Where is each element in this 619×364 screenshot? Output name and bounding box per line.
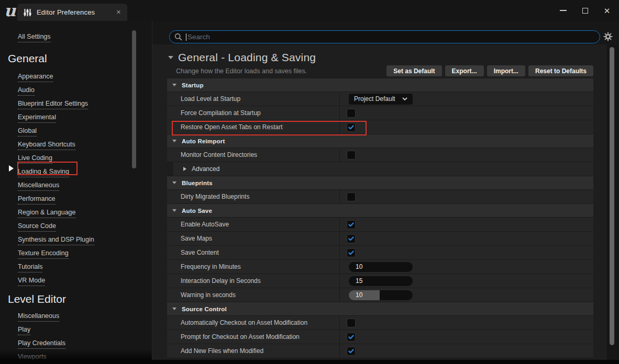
sidebar: All Settings General Appearance Audio Bl… [0, 21, 152, 364]
setting-row-restore-open-asset-tabs: Restore Open Asset Tabs on Restart [167, 120, 593, 134]
export-button[interactable]: Export... [445, 65, 484, 76]
setting-label: Frequency in Minutes [167, 260, 340, 274]
page-subtitle: Change how the Editor loads and saves fi… [176, 67, 307, 75]
sidebar-item-appearance[interactable]: Appearance [18, 73, 53, 82]
sidebar-scrollbar[interactable] [132, 30, 136, 168]
search-bar-area: Search [152, 21, 619, 44]
sidebar-item-play[interactable]: Play [18, 326, 30, 335]
tab-editor-preferences[interactable]: Editor Preferences ✕ [17, 4, 127, 21]
minimize-button[interactable] [552, 0, 574, 21]
tab-close-icon[interactable]: ✕ [116, 9, 121, 16]
close-button[interactable]: ✕ [596, 0, 618, 21]
chevron-right-icon[interactable] [183, 167, 186, 171]
auto-checkout-checkbox[interactable] [347, 318, 356, 327]
sidebar-item-global[interactable]: Global [18, 127, 37, 136]
setting-row-save-content: Save Content [167, 246, 593, 260]
gear-icon[interactable] [603, 32, 613, 41]
search-placeholder: Search [187, 33, 210, 41]
sidebar-item-region-language[interactable]: Region & Language [18, 209, 76, 218]
interaction-delay-input[interactable]: 15 [349, 276, 413, 286]
check-icon [348, 251, 354, 255]
sidebar-item-blueprint-editor-settings[interactable]: Blueprint Editor Settings [18, 100, 88, 109]
close-icon: ✕ [604, 7, 611, 15]
sidebar-item-experimental[interactable]: Experimental [18, 113, 56, 123]
dirty-migrated-blueprints-checkbox[interactable] [347, 192, 356, 201]
import-button[interactable]: Import... [487, 65, 525, 76]
sidebar-item-source-code[interactable]: Source Code [18, 222, 56, 232]
setting-label: Enable AutoSave [167, 218, 340, 231]
add-new-files-checkbox[interactable] [347, 347, 356, 356]
setting-label: Save Content [167, 246, 340, 259]
sidebar-item-synthesis-dsp-plugin[interactable]: Synthesis and DSP Plugin [18, 236, 94, 245]
maximize-button[interactable] [574, 0, 596, 21]
settings-content: General - Loading & Saving Change how th… [167, 44, 593, 360]
setting-label: Add New Files when Modified [167, 344, 340, 358]
setting-row-monitor-content-directories: Monitor Content Directories [167, 148, 593, 162]
check-icon [348, 222, 354, 227]
setting-row-frequency-in-minutes: Frequency in Minutes 10 [167, 260, 593, 274]
sidebar-item-all-settings[interactable]: All Settings [18, 33, 51, 42]
setting-row-automatically-checkout: Automatically Checkout on Asset Modifica… [167, 316, 593, 330]
sidebar-item-loading-and-saving[interactable]: Loading & Saving [18, 168, 69, 177]
sidebar-item-vr-mode[interactable]: VR Mode [18, 277, 45, 286]
setting-row-load-level-at-startup: Load Level at Startup Project Default [167, 92, 593, 106]
setting-label: Load Level at Startup [167, 92, 340, 106]
check-icon [348, 349, 354, 354]
sidebar-item-texture-encoding[interactable]: Texture Encoding [18, 249, 69, 259]
setting-label: Automatically Checkout on Asset Modifica… [167, 316, 340, 329]
restore-open-asset-tabs-checkbox[interactable] [347, 123, 356, 132]
collapse-arrow-icon[interactable] [168, 56, 173, 59]
chevron-down-icon [172, 84, 176, 86]
setting-row-save-maps: Save Maps [167, 232, 593, 246]
frequency-in-minutes-input[interactable]: 10 [349, 262, 413, 272]
section-header-source-control[interactable]: Source Control [167, 302, 593, 316]
sidebar-item-keyboard-shortcuts[interactable]: Keyboard Shortcuts [18, 141, 75, 150]
sidebar-item-tutorials[interactable]: Tutorials [18, 263, 42, 272]
chevron-down-icon [172, 308, 176, 310]
sidebar-item-performance[interactable]: Performance [18, 195, 56, 204]
advanced-expander[interactable]: Advanced [192, 165, 219, 173]
sidebar-item-play-credentials[interactable]: Play Credentials [18, 339, 65, 349]
chevron-down-icon [172, 209, 176, 212]
monitor-content-directories-checkbox[interactable] [347, 151, 356, 160]
sidebar-item-le-miscellaneous[interactable]: Miscellaneous [18, 312, 59, 322]
chevron-down-icon [402, 97, 407, 100]
setting-row-interaction-delay: Interaction Delay in Seconds 15 [167, 274, 593, 288]
setting-label: Restore Open Asset Tabs on Restart [167, 120, 340, 134]
sidebar-item-miscellaneous[interactable]: Miscellaneous [18, 181, 59, 191]
setting-row-force-compilation: Force Compilation at Startup [167, 106, 593, 120]
section-header-startup[interactable]: Startup [167, 78, 593, 92]
titlebar: u Editor Preferences ✕ ✕ [0, 0, 619, 21]
reset-to-defaults-button[interactable]: Reset to Defaults [528, 65, 593, 76]
indent-strip [167, 162, 173, 176]
sidebar-item-live-coding[interactable]: Live Coding [18, 154, 52, 164]
section-header-blueprints[interactable]: Blueprints [167, 176, 593, 190]
setting-row-warning-in-seconds: Warning in seconds 10 [167, 288, 593, 302]
sidebar-item-audio[interactable]: Audio [18, 86, 35, 96]
window-controls: ✕ [552, 0, 618, 21]
section-header-auto-reimport[interactable]: Auto Reimport [167, 134, 593, 148]
check-icon [348, 335, 354, 339]
main-scrollbar[interactable] [610, 47, 614, 345]
maximize-icon [582, 8, 588, 14]
page-title: General - Loading & Saving [178, 51, 316, 64]
editor-preferences-window: u Editor Preferences ✕ ✕ All Settings Ge… [0, 0, 619, 364]
toolbar: Set as Default Export... Import... Reset… [386, 65, 593, 76]
section-header-auto-save[interactable]: Auto Save [167, 204, 593, 218]
check-icon [348, 125, 354, 130]
setting-label: Dirty Migrated Blueprints [167, 190, 340, 203]
warning-in-seconds-input[interactable]: 10 [349, 290, 413, 300]
force-compilation-checkbox[interactable] [347, 109, 356, 118]
tab-title: Editor Preferences [37, 8, 116, 16]
search-icon [174, 33, 182, 41]
spinbox-fill [349, 290, 380, 300]
setting-row-advanced[interactable]: Advanced [167, 162, 593, 176]
minimize-icon [560, 10, 567, 11]
save-maps-checkbox[interactable] [347, 234, 356, 243]
enable-autosave-checkbox[interactable] [347, 220, 356, 229]
load-level-at-startup-dropdown[interactable]: Project Default [349, 94, 413, 105]
save-content-checkbox[interactable] [347, 248, 356, 257]
search-input[interactable]: Search [169, 30, 600, 43]
set-as-default-button[interactable]: Set as Default [386, 65, 441, 76]
prompt-checkout-checkbox[interactable] [347, 333, 356, 342]
